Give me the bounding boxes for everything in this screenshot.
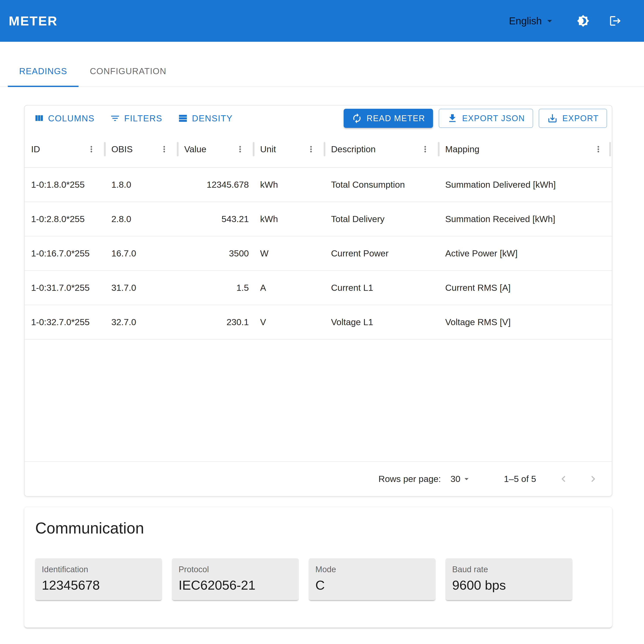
density-icon — [178, 113, 188, 124]
brightness-icon — [577, 15, 589, 27]
cell-description: Total Delivery — [325, 214, 439, 224]
cell-unit: kWh — [254, 180, 325, 190]
field-value: 12345678 — [42, 578, 162, 593]
cell-id: 1-0:16.7.0*255 — [25, 248, 105, 259]
sync-icon — [351, 113, 362, 124]
cell-id: 1-0:1.8.0*255 — [25, 180, 105, 190]
table-row[interactable]: 1-0:16.7.0*255 16.7.0 3500 W Current Pow… — [25, 236, 612, 271]
chevron-left-icon — [557, 473, 570, 485]
column-header-mapping[interactable]: Mapping — [439, 131, 612, 167]
cell-value: 3500 — [178, 248, 254, 259]
readings-grid: COLUMNS FILTERS DENSITY READ METER EXPOR… — [24, 105, 612, 497]
column-menu-icon[interactable] — [594, 144, 603, 154]
field-value: IEC62056-21 — [179, 578, 299, 593]
column-header-id[interactable]: ID — [25, 131, 105, 167]
filters-button[interactable]: FILTERS — [105, 109, 167, 128]
table-row[interactable]: 1-0:2.8.0*255 2.8.0 543.21 kWh Total Del… — [25, 202, 612, 236]
read-meter-button[interactable]: READ METER — [344, 109, 433, 128]
table-row[interactable]: 1-0:32.7.0*255 32.7.0 230.1 V Voltage L1… — [25, 305, 612, 340]
language-select[interactable]: English — [509, 15, 555, 27]
field-baud-rate: Baud rate 9600 bps — [446, 558, 572, 600]
rows-per-page-select[interactable]: 30 — [450, 474, 471, 484]
cell-id: 1-0:32.7.0*255 — [25, 317, 105, 327]
table-row[interactable]: 1-0:1.8.0*255 1.8.0 12345.678 kWh Total … — [25, 168, 612, 202]
columns-icon — [34, 113, 44, 124]
cell-unit: A — [254, 283, 325, 293]
column-header-description-label: Description — [331, 144, 376, 154]
column-menu-icon[interactable] — [306, 144, 316, 154]
field-protocol: Protocol IEC62056-21 — [172, 558, 299, 600]
field-mode: Mode C — [309, 558, 435, 600]
filter-icon — [110, 113, 120, 124]
cell-value: 543.21 — [178, 214, 254, 224]
logout-button[interactable] — [608, 14, 622, 28]
cell-obis: 32.7.0 — [105, 317, 178, 327]
column-menu-icon[interactable] — [159, 144, 169, 154]
column-resize-handle[interactable] — [609, 142, 611, 156]
table-row[interactable]: 1-0:31.7.0*255 31.7.0 1.5 A Current L1 C… — [25, 271, 612, 305]
column-menu-icon[interactable] — [87, 144, 96, 154]
column-header-id-label: ID — [31, 144, 40, 154]
cell-value: 12345.678 — [178, 180, 254, 190]
field-label: Identification — [42, 565, 162, 574]
app-title: METER — [9, 13, 58, 28]
download-icon — [447, 113, 458, 124]
tab-bar: READINGS CONFIGURATION — [0, 56, 644, 87]
rows-per-page-value: 30 — [450, 474, 460, 484]
export-button-label: EXPORT — [562, 114, 599, 123]
cell-mapping: Current RMS [A] — [439, 283, 612, 293]
next-page-button[interactable] — [585, 471, 601, 487]
communication-fields: Identification 12345678 Protocol IEC6205… — [35, 558, 601, 600]
columns-button[interactable]: COLUMNS — [29, 109, 99, 128]
cell-id: 1-0:2.8.0*255 — [25, 214, 105, 224]
cell-value: 230.1 — [178, 317, 254, 327]
app-bar: METER English — [0, 0, 644, 42]
arrow-dropdown-icon — [462, 474, 471, 484]
cell-unit: kWh — [254, 214, 325, 224]
field-label: Baud rate — [452, 565, 572, 574]
field-identification: Identification 12345678 — [35, 558, 162, 600]
cell-description: Current L1 — [325, 283, 439, 293]
grid-header-row: ID OBIS Value Unit Description Mapping — [25, 131, 612, 168]
column-header-value[interactable]: Value — [178, 131, 254, 167]
columns-button-label: COLUMNS — [48, 114, 95, 123]
cell-description: Voltage L1 — [325, 317, 439, 327]
cell-id: 1-0:31.7.0*255 — [25, 283, 105, 293]
export-button[interactable]: EXPORT — [539, 109, 607, 128]
cell-mapping: Voltage RMS [V] — [439, 317, 612, 327]
previous-page-button[interactable] — [556, 471, 571, 487]
density-button-label: DENSITY — [192, 114, 233, 123]
tab-configuration[interactable]: CONFIGURATION — [79, 56, 178, 87]
read-meter-button-label: READ METER — [367, 114, 425, 123]
field-label: Protocol — [179, 565, 299, 574]
export-json-button[interactable]: EXPORT JSON — [439, 109, 533, 128]
column-header-obis[interactable]: OBIS — [105, 131, 178, 167]
cell-mapping: Active Power [kW] — [439, 248, 612, 259]
rows-per-page-label: Rows per page: — [378, 474, 441, 484]
cell-unit: V — [254, 317, 325, 327]
field-value: 9600 bps — [452, 578, 572, 593]
appbar-actions: English — [509, 14, 622, 28]
column-header-description[interactable]: Description — [325, 131, 439, 167]
language-select-value: English — [509, 15, 542, 27]
pagination-controls — [556, 471, 601, 487]
tab-readings[interactable]: READINGS — [8, 56, 79, 87]
communication-card: Communication Identification 12345678 Pr… — [24, 507, 612, 628]
filters-button-label: FILTERS — [124, 114, 162, 123]
column-menu-icon[interactable] — [420, 144, 430, 154]
theme-toggle-button[interactable] — [576, 14, 590, 28]
density-button[interactable]: DENSITY — [173, 109, 237, 128]
grid-toolbar: COLUMNS FILTERS DENSITY READ METER EXPOR… — [25, 105, 612, 131]
cell-obis: 1.8.0 — [105, 180, 178, 190]
logout-icon — [609, 15, 622, 27]
column-menu-icon[interactable] — [235, 144, 245, 154]
cell-obis: 2.8.0 — [105, 214, 178, 224]
cell-value: 1.5 — [178, 283, 254, 293]
column-header-unit[interactable]: Unit — [254, 131, 325, 167]
chevron-right-icon — [587, 473, 599, 485]
cell-unit: W — [254, 248, 325, 259]
cell-obis: 16.7.0 — [105, 248, 178, 259]
grid-footer: Rows per page: 30 1–5 of 5 — [25, 461, 612, 496]
column-header-value-label: Value — [184, 144, 206, 154]
export-json-button-label: EXPORT JSON — [462, 114, 525, 123]
